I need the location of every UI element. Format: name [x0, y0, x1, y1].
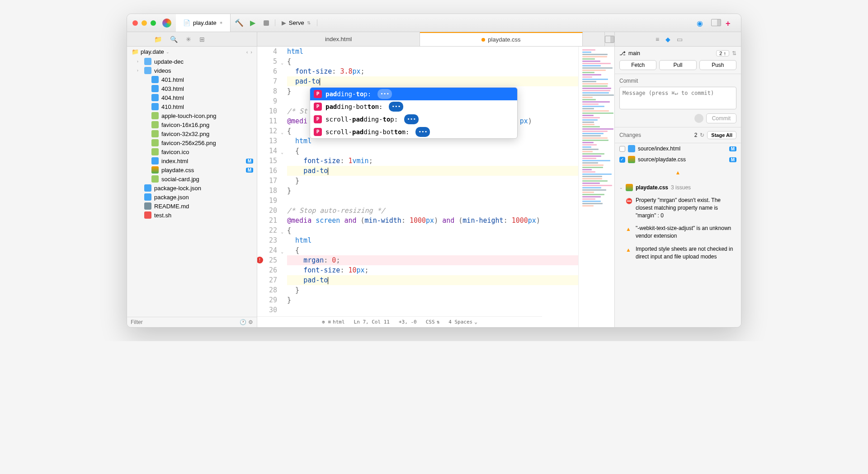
commit-label: Commit	[619, 78, 736, 84]
add-icon[interactable]: +	[726, 19, 734, 27]
html-icon	[151, 103, 159, 110]
file-tree-item[interactable]: test.sh	[127, 211, 257, 220]
project-tab-label: play.date	[193, 19, 217, 26]
forward-icon[interactable]: ›	[250, 49, 252, 55]
checkbox[interactable]	[619, 157, 625, 163]
stage-all-button[interactable]: Stage All	[707, 131, 736, 139]
modified-badge: M	[246, 159, 253, 164]
warning-icon: ▲	[626, 246, 632, 253]
tab-playdate-css[interactable]: playdate.css	[420, 32, 583, 46]
hammer-icon[interactable]: 🔨	[235, 19, 243, 27]
changes-count: 2	[694, 132, 698, 138]
language-selector[interactable]: CSS ⇅	[426, 317, 440, 327]
maximize-button[interactable]	[151, 20, 156, 26]
file-tree-item[interactable]: package.json	[127, 192, 257, 202]
settings-icon[interactable]: ⚙	[248, 319, 253, 325]
cursor-position[interactable]: Ln 7, Col 11	[354, 317, 390, 327]
titlebar: 📄 play.date ✴ 🔨 ▶ ▶ Serve ⇅ ◉ +	[127, 14, 741, 32]
modified-icon: ✴	[219, 20, 223, 25]
file-tree-item[interactable]: README.md	[127, 202, 257, 211]
changed-file-item[interactable]: source/playdate.css M	[615, 154, 741, 165]
git-panel: ⎇ main 2 ↑ ⇅ Fetch Pull Push Commit Comm…	[614, 47, 741, 327]
file-tree-item[interactable]: 401.html	[127, 75, 257, 84]
fetch-button[interactable]: Fetch	[619, 60, 656, 70]
file-tree-item[interactable]: playdate.cssM	[127, 165, 257, 174]
img-icon	[151, 148, 159, 155]
error-icon: ⛔	[626, 197, 632, 204]
file-tree-item[interactable]: social-card.jpg	[127, 174, 257, 183]
file-tree-item[interactable]: ›update-dec	[127, 57, 257, 66]
img-icon	[151, 130, 159, 137]
push-button[interactable]: Push	[699, 60, 736, 70]
file-tree-item[interactable]: 404.html	[127, 93, 257, 102]
back-icon[interactable]: ‹	[246, 49, 248, 55]
files-icon[interactable]: 📁	[154, 36, 162, 43]
refresh-icon[interactable]: ↻	[700, 132, 704, 138]
file-tree-item[interactable]: 410.html	[127, 102, 257, 111]
branch-selector[interactable]: ⎇ main 2 ↑ ⇅	[619, 50, 736, 56]
checkbox[interactable]	[619, 146, 625, 152]
autocomplete-item[interactable]: Ppadding-bottom:•••	[310, 100, 517, 113]
stop-button[interactable]	[262, 19, 270, 27]
css-icon	[628, 156, 635, 163]
autocomplete-item[interactable]: Pscroll-padding-top:•••	[310, 113, 517, 126]
file-tree-item[interactable]: favicon.ico	[127, 147, 257, 156]
issue-item[interactable]: ▲Imported style sheets are not checked i…	[615, 244, 741, 264]
commit-message-input[interactable]	[619, 87, 736, 109]
clock-icon[interactable]: 🕐	[240, 319, 246, 325]
minimize-button[interactable]	[142, 20, 147, 26]
split-pane-icon[interactable]	[605, 36, 614, 43]
file-tree-item[interactable]: index.htmlM	[127, 156, 257, 165]
file-tree-item[interactable]: package-lock.json	[127, 183, 257, 192]
img-icon	[151, 121, 159, 128]
issue-item[interactable]: ⛔Property "mrgan" doesn't exist. The clo…	[615, 195, 741, 223]
css-icon	[151, 166, 159, 174]
serve-label: Serve	[289, 19, 304, 26]
commit-button[interactable]: Commit	[706, 113, 736, 123]
file-tree-item[interactable]: favicon-256x256.png	[127, 138, 257, 147]
filter-input[interactable]	[131, 319, 240, 325]
path-segment[interactable]: ⊕ ≡ html	[322, 317, 344, 327]
ahead-count: 2 ↑	[716, 50, 729, 56]
file-tree-item[interactable]: favicon-32x32.png	[127, 129, 257, 138]
modified-dot-icon	[481, 38, 485, 42]
autocomplete-popup[interactable]: Ppadding-top:•••Ppadding-bottom:•••Pscro…	[310, 87, 518, 139]
json-icon	[144, 193, 151, 201]
minimap[interactable]	[578, 47, 614, 327]
play-icon[interactable]: ▶	[249, 19, 257, 27]
close-button[interactable]	[132, 20, 138, 26]
issue-item[interactable]: ▲"-webkit-text-size-adjust" is an unknow…	[615, 223, 741, 244]
file-tree-item[interactable]: ›videos	[127, 66, 257, 75]
property-badge-icon: P	[314, 90, 322, 98]
file-tree[interactable]: ›update-dec›videos401.html403.html404.ht…	[127, 57, 257, 317]
tab-index-html[interactable]: index.html	[257, 32, 420, 46]
html-icon	[151, 76, 159, 83]
file-tree-item[interactable]: 403.html	[127, 84, 257, 93]
sidebar-root[interactable]: 📁 play.date ⌄ ‹ ›	[127, 47, 257, 57]
terminal-icon[interactable]: ▭	[677, 36, 683, 43]
code-editor[interactable]: 45⌄6789101112⌄1314⌄1516171819202122⌄2324…	[257, 47, 578, 327]
search-icon[interactable]: 🔍	[170, 36, 178, 43]
diamond-icon[interactable]: ◆	[665, 36, 670, 43]
issues-header[interactable]: ⌄ playdate.css 3 issues	[615, 180, 741, 195]
indent-icon[interactable]: ≡	[656, 36, 659, 43]
md-icon	[144, 202, 151, 210]
grid-icon[interactable]: ⊞	[199, 36, 205, 43]
ref-icon[interactable]: ✳	[186, 36, 191, 43]
changed-file-item[interactable]: source/index.html M	[615, 143, 741, 154]
indent-selector[interactable]: 4 Spaces ⌄	[448, 317, 477, 327]
img-icon	[151, 112, 159, 119]
autocomplete-item[interactable]: Ppadding-top:•••	[310, 88, 517, 100]
project-tab[interactable]: 📄 play.date ✴	[176, 14, 231, 32]
serve-scheme[interactable]: ▶ Serve ⇅	[275, 19, 317, 26]
preview-icon[interactable]: ◉	[697, 19, 705, 27]
pull-button[interactable]: Pull	[659, 60, 696, 70]
autocomplete-item[interactable]: Pscroll-padding-bottom:•••	[310, 126, 517, 138]
modified-badge: M	[246, 168, 253, 173]
file-tree-item[interactable]: apple-touch-icon.png	[127, 111, 257, 120]
changes-label: Changes	[619, 132, 641, 138]
property-badge-icon: P	[314, 115, 322, 123]
panel-toggle-icon[interactable]	[711, 19, 719, 27]
diff-indicator: +3, -0	[399, 317, 417, 327]
file-tree-item[interactable]: favicon-16x16.png	[127, 120, 257, 129]
